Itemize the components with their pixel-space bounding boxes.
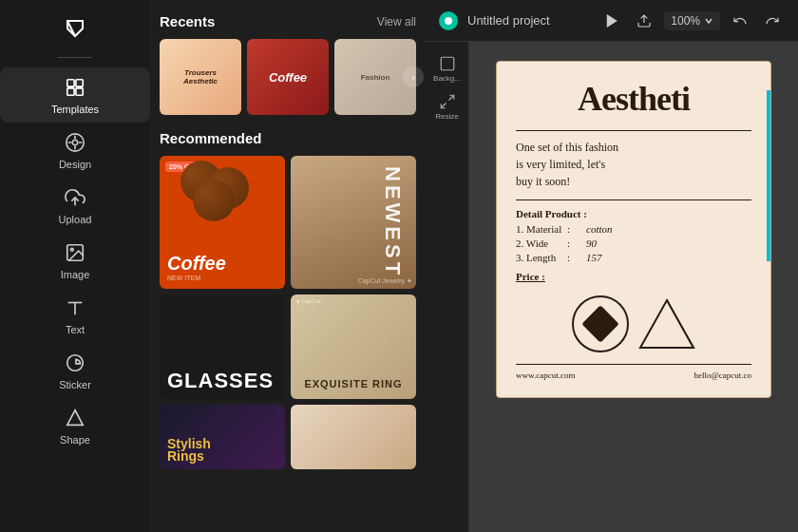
play-button[interactable] — [599, 10, 624, 31]
rec-item-stylish[interactable]: Stylish Rings — [160, 405, 285, 469]
canvas-with-tools: Backg... Resize Aestheti One set of this… — [426, 42, 798, 532]
svg-point-12 — [445, 17, 452, 25]
svg-rect-4 — [76, 88, 83, 95]
sidebar-item-upload[interactable]: Upload — [0, 178, 150, 233]
svg-point-5 — [72, 140, 78, 145]
diamond-logo — [572, 295, 629, 352]
rec-item-glasses[interactable]: GLASSES — [160, 294, 285, 399]
newest-text-wrap: NEWEST — [369, 156, 416, 289]
recents-grid: TrousersAesthetic Coffee Fashion › — [160, 39, 416, 115]
capcut-ring-label: ● CapCut — [296, 298, 321, 304]
text-icon — [63, 295, 87, 320]
canvas-tools-left: Backg... Resize — [426, 42, 469, 532]
design-title: Aestheti — [516, 79, 751, 119]
design-detail-material: 1. Material : cotton — [516, 223, 751, 235]
design-label: Design — [59, 159, 91, 170]
shape-label: Shape — [60, 434, 90, 446]
svg-point-8 — [70, 248, 73, 251]
rec-item-ring[interactable]: ● CapCut EXQUISITE RING — [291, 294, 416, 399]
zoom-control[interactable]: 100% — [664, 11, 720, 30]
sidebar-item-design[interactable]: Design — [0, 123, 150, 178]
toolbar-logo — [439, 11, 458, 30]
recents-next-button[interactable]: › — [403, 66, 424, 87]
sidebar-item-image[interactable]: Image — [0, 233, 150, 288]
resize-label: Resize — [435, 112, 458, 121]
svg-rect-2 — [76, 80, 83, 86]
detail-material-label: 1. Material — [516, 223, 563, 235]
sidebar-item-sticker[interactable]: Sticker — [0, 343, 150, 398]
footer-email: hello@capcut.co — [694, 370, 751, 380]
design-details-title: Detail Product : — [516, 208, 751, 219]
redo-button[interactable] — [760, 10, 785, 31]
rec-item-jewelry[interactable]: NEWEST CapCut Jewelry ✦ — [291, 156, 416, 289]
svg-rect-15 — [441, 57, 454, 70]
triangle-logo — [638, 295, 695, 352]
stylish-text: Stylish Rings — [167, 435, 211, 464]
svg-line-17 — [441, 103, 446, 107]
design-card: Aestheti One set of this fashionis very … — [496, 61, 771, 398]
detail-wide-value: 90 — [586, 238, 597, 249]
sidebar-divider — [58, 57, 92, 58]
design-price: Price : — [516, 271, 751, 282]
canvas-toolbar: Untitled project 100% — [426, 0, 798, 42]
toolbar-actions: 100% — [599, 10, 785, 31]
image-label: Image — [61, 269, 90, 280]
ring-text: EXQUISITE RING — [291, 374, 416, 391]
glasses-text: GLASSES — [167, 369, 274, 393]
background-label: Backg... — [433, 74, 461, 83]
project-name[interactable]: Untitled project — [467, 13, 590, 28]
template-panel: Recents View all TrousersAesthetic Coffe… — [150, 0, 426, 532]
highlight-bar — [767, 90, 770, 261]
sidebar-item-text[interactable]: Text — [0, 288, 150, 343]
recent-item-trousers[interactable]: TrousersAesthetic — [160, 39, 241, 115]
coffee-card-text: Coffee NEW ITEM — [167, 253, 226, 281]
background-tool[interactable]: Backg... — [430, 51, 465, 86]
templates-icon — [63, 75, 87, 100]
design-logo-section — [516, 295, 751, 352]
svg-marker-18 — [640, 300, 694, 348]
recents-header: Recents View all — [160, 13, 416, 29]
recommended-header: Recommended — [160, 130, 416, 146]
upload-label: Upload — [59, 214, 92, 225]
design-footer: www.capcut.com hello@capcut.co — [516, 364, 751, 380]
design-detail-length: 3. Length : 157 — [516, 252, 751, 263]
recommended-title: Recommended — [160, 130, 262, 146]
svg-rect-3 — [67, 88, 74, 95]
design-divider-mid — [516, 200, 751, 200]
templates-label: Templates — [51, 104, 99, 115]
sidebar-item-templates[interactable]: Templates — [0, 67, 150, 123]
detail-length-value: 157 — [586, 252, 602, 263]
svg-rect-1 — [67, 80, 74, 86]
design-icon — [63, 130, 87, 155]
shape-icon — [63, 406, 87, 430]
resize-tool[interactable]: Resize — [430, 89, 465, 124]
rec-item-bracelet[interactable] — [291, 405, 416, 469]
canvas-viewport[interactable]: Aestheti One set of this fashionis very … — [469, 42, 798, 532]
detail-wide-label: 2. Wide — [516, 238, 563, 249]
sidebar-item-shape[interactable]: Shape — [0, 398, 150, 453]
design-detail-wide: 2. Wide : 90 — [516, 238, 751, 249]
sticker-icon — [63, 351, 87, 375]
recents-title: Recents — [160, 13, 215, 29]
recent-coffee-label: Coffee — [247, 39, 329, 115]
app-logo — [60, 13, 90, 44]
footer-website: www.capcut.com — [516, 370, 575, 380]
svg-line-16 — [448, 95, 453, 100]
sidebar: Templates Design Upload Image Text Stick… — [0, 0, 150, 532]
zoom-value: 100% — [671, 14, 700, 28]
svg-marker-13 — [608, 15, 617, 27]
canvas-area: Untitled project 100% — [426, 0, 798, 532]
svg-line-19 — [667, 300, 694, 348]
recent-trousers-label: TrousersAesthetic — [160, 39, 241, 115]
sticker-label: Sticker — [59, 379, 91, 390]
export-button[interactable] — [632, 10, 656, 31]
detail-length-label: 3. Length — [516, 252, 563, 263]
view-all-button[interactable]: View all — [377, 15, 416, 28]
capcut-jewelry-label: CapCut Jewelry ✦ — [358, 277, 412, 285]
recent-item-coffee[interactable]: Coffee — [247, 39, 329, 115]
rec-item-coffee[interactable]: 20% OFF Coffee NEW ITEM — [160, 156, 285, 289]
image-icon — [63, 240, 87, 265]
undo-button[interactable] — [728, 10, 752, 31]
detail-material-value: cotton — [586, 223, 613, 235]
recommended-grid: 20% OFF Coffee NEW ITEM NEWEST CapCut Je… — [160, 156, 416, 469]
